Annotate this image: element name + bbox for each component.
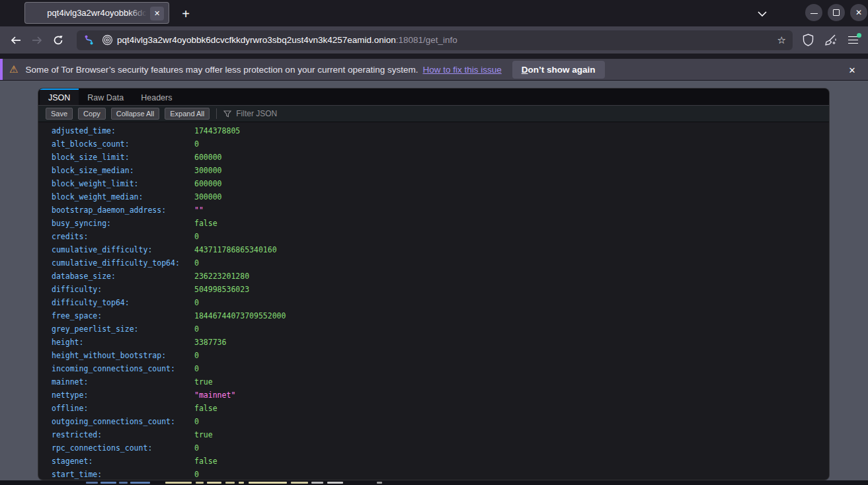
json-row: height:3387736	[38, 336, 829, 349]
how-to-fix-link[interactable]: How to fix this issue	[422, 65, 501, 75]
forward-button[interactable]	[26, 30, 48, 50]
shield-icon	[803, 34, 814, 46]
json-key: height_without_bootstrap:	[52, 351, 194, 360]
url-host: pqt4ivlg3a2wr4oyobbk6dcvcfkkdyrwro3sbq2u…	[117, 35, 396, 45]
json-value: 18446744073709552000	[194, 311, 286, 320]
json-key: credits:	[52, 232, 194, 241]
json-row: bootstrap_daemon_address:""	[38, 204, 829, 217]
clipped-text-fragment	[119, 482, 128, 484]
json-row: block_size_median:300000	[38, 164, 829, 177]
json-value: 600000	[194, 153, 222, 162]
json-value: true	[194, 377, 213, 387]
json-key: alt_blocks_count:	[52, 139, 194, 149]
minimize-button[interactable]	[805, 4, 822, 21]
json-key: block_size_median:	[52, 166, 194, 175]
json-row: height_without_bootstrap:0	[38, 349, 829, 362]
json-value: 504998536023	[194, 285, 249, 294]
button-label-rest: on’t show again	[528, 65, 596, 75]
json-row: offline:false	[38, 402, 829, 415]
menu-icon	[848, 36, 858, 44]
json-row: difficulty:504998536023	[38, 283, 829, 296]
json-key: busy_syncing:	[52, 219, 194, 228]
collapse-all-button[interactable]: Collapse All	[111, 108, 159, 120]
clipped-text-fragment	[130, 482, 150, 484]
dont-show-again-button[interactable]: Don’t show again	[512, 61, 605, 79]
filter-json-input[interactable]	[236, 109, 514, 118]
new-tab-button[interactable]: +	[177, 5, 194, 22]
tab-title: pqt4ivlg3a2wr4oyobbk6dc	[47, 8, 146, 18]
json-value: 0	[194, 298, 199, 307]
banner-message: Some of Tor Browser’s security features …	[25, 65, 418, 75]
json-key: mainnet:	[52, 377, 194, 387]
json-row: restricted:true	[38, 428, 829, 441]
json-key: nettype:	[52, 391, 194, 400]
shield-button[interactable]	[797, 30, 819, 50]
tab-headers[interactable]: Headers	[132, 89, 180, 105]
json-value: 236223201280	[194, 272, 249, 281]
active-tab[interactable]: pqt4ivlg3a2wr4oyobbk6dc ✕	[24, 2, 169, 24]
json-value: 0	[194, 470, 199, 479]
chrome-divider	[0, 54, 868, 59]
maximize-icon	[833, 9, 840, 16]
json-value: 0	[194, 232, 199, 241]
json-viewer-panel: JSON Raw Data Headers Save Copy Collapse…	[38, 88, 830, 480]
close-icon: ✕	[855, 8, 862, 17]
json-key: free_space:	[52, 311, 194, 320]
window-close-button[interactable]: ✕	[850, 4, 867, 21]
json-viewer-tabbar: JSON Raw Data Headers	[38, 89, 829, 106]
json-value: 0	[194, 351, 199, 360]
list-all-tabs-button[interactable]	[754, 5, 771, 22]
bookmark-star-icon[interactable]: ☆	[777, 34, 786, 46]
json-rows: adjusted_time:1744378805alt_blocks_count…	[38, 122, 829, 480]
plus-icon: +	[182, 7, 190, 22]
menu-button[interactable]	[842, 30, 864, 50]
reload-button[interactable]	[48, 30, 69, 50]
json-value: 1744378805	[194, 126, 240, 135]
tab-raw-data[interactable]: Raw Data	[79, 89, 132, 105]
maximize-button[interactable]	[828, 4, 845, 21]
json-row: block_weight_median:300000	[38, 190, 829, 204]
onion-site-icon	[102, 34, 113, 46]
clipped-text-fragment	[207, 482, 221, 484]
json-value: ""	[194, 205, 204, 215]
json-row: database_size:236223201280	[38, 270, 829, 283]
copy-button[interactable]: Copy	[78, 108, 106, 120]
chevron-down-icon	[758, 11, 767, 17]
json-key: adjusted_time:	[52, 126, 194, 135]
clipped-text-fragment	[196, 482, 204, 484]
banner-close-icon[interactable]: ✕	[846, 63, 859, 77]
clipped-text-fragment	[291, 482, 308, 484]
json-row: adjusted_time:1744378805	[38, 124, 829, 137]
expand-all-button[interactable]: Expand All	[165, 108, 210, 120]
clipped-text-fragment	[225, 482, 235, 484]
button-accesskey: D	[522, 65, 528, 75]
json-value: false	[194, 404, 217, 413]
json-row: mainnet:true	[38, 375, 829, 389]
json-key: rpc_connections_count:	[52, 443, 194, 453]
background-window-strip	[0, 480, 868, 485]
tab-json[interactable]: JSON	[40, 89, 79, 105]
url-port-path: :18081/get_info	[396, 35, 457, 45]
json-value: 0	[194, 364, 199, 373]
reload-icon	[53, 35, 63, 46]
tab-close-icon[interactable]: ✕	[150, 7, 164, 20]
json-viewer-toolbar: Save Copy Collapse All Expand All	[38, 106, 829, 122]
json-value: false	[194, 219, 217, 228]
json-value: 300000	[194, 192, 222, 202]
json-value: 0	[194, 324, 199, 334]
update-available-dot	[857, 33, 861, 38]
json-row: busy_syncing:false	[38, 217, 829, 230]
clipped-text-fragment	[327, 482, 343, 484]
save-button[interactable]: Save	[46, 108, 73, 120]
new-identity-button[interactable]	[819, 30, 842, 50]
json-row: start_time:0	[38, 468, 829, 480]
warning-icon: ⚠	[9, 63, 18, 75]
url-bar[interactable]: pqt4ivlg3a2wr4oyobbk6dcvcfkkdyrwro3sbq2u…	[77, 30, 793, 50]
tor-circuit-icon	[83, 34, 95, 46]
json-row: nettype:"mainnet"	[38, 389, 829, 402]
json-key: block_size_limit:	[52, 153, 194, 162]
broom-icon	[824, 34, 837, 46]
json-row: rpc_connections_count:0	[38, 441, 829, 455]
json-key: block_weight_limit:	[52, 179, 194, 188]
back-button[interactable]	[5, 30, 26, 50]
